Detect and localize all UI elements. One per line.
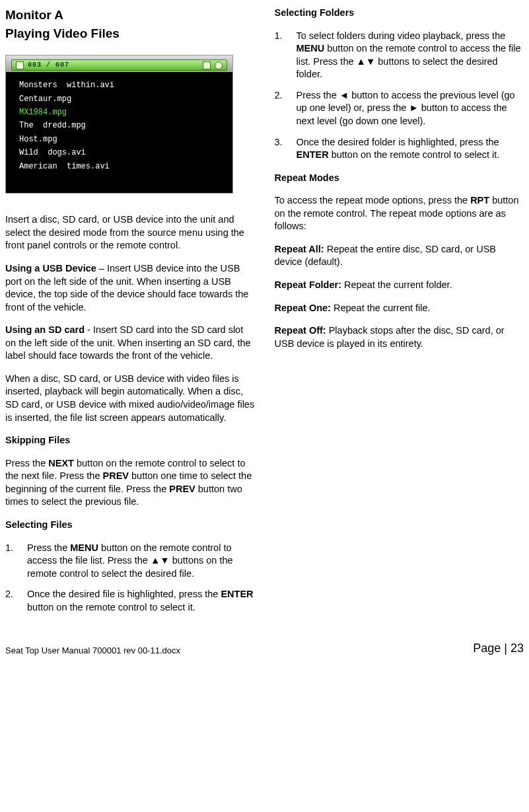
usb-label: Using a USB Device — [5, 263, 96, 274]
file-list-item: Host.mpg — [19, 133, 114, 146]
list-item: 2. Press the ◄ button to access the prev… — [275, 89, 524, 128]
skipping-files-text: Press the NEXT button on the remote cont… — [5, 457, 255, 509]
menu-button-ref: MENU — [70, 542, 98, 553]
autoplay-text: When a disc, SD card, or USB device with… — [5, 373, 255, 424]
file-list-item: Monsters within.avi — [19, 79, 114, 92]
footer-page-number: Page | 23 — [473, 640, 524, 656]
rpt-button-ref: RPT — [470, 195, 489, 205]
page-footer: Seat Top User Manual 700001 rev 00-11.do… — [5, 640, 524, 656]
sd-paragraph: Using an SD card - Insert SD card into t… — [5, 324, 255, 363]
sd-label: Using an SD card — [5, 324, 85, 335]
footer-doc-name: Seat Top User Manual 700001 rev 00-11.do… — [5, 645, 180, 657]
page-title: Monitor A — [5, 7, 255, 24]
intro-text: Insert a disc, SD card, or USB device in… — [5, 213, 255, 252]
repeat-modes-heading: Repeat Modes — [275, 172, 524, 185]
skipping-files-heading: Skipping Files — [5, 434, 255, 447]
device-screenshot: 003 / 007 Monsters within.aviCentaur.mpg… — [5, 55, 233, 194]
list-item: 3. Once the desired folder is highlighte… — [275, 136, 524, 162]
repeat-intro: To access the repeat mode options, press… — [275, 194, 524, 233]
enter-button-ref: ENTER — [297, 149, 329, 160]
titlebar-square-icon — [16, 61, 24, 69]
selecting-folders-list: 1. To select folders during video playba… — [275, 30, 524, 162]
repeat-all: Repeat All: Repeat the entire disc, SD c… — [275, 243, 524, 269]
list-item: 1. Press the MENU button on the remote c… — [5, 542, 255, 581]
file-list-item: Wild dogs.avi — [19, 146, 114, 159]
file-list: Monsters within.aviCentaur.mpgMX1984.mpg… — [19, 79, 114, 173]
usb-paragraph: Using a USB Device – Insert USB device i… — [5, 262, 255, 314]
selecting-files-heading: Selecting Files — [5, 519, 255, 532]
repeat-folder: Repeat Folder: Repeat the current folder… — [275, 279, 524, 292]
file-list-item: The dredd.mpg — [19, 119, 114, 132]
selecting-folders-heading: Selecting Folders — [275, 7, 524, 20]
file-list-item: MX1984.mpg — [19, 106, 114, 119]
enter-button-ref: ENTER — [221, 589, 253, 599]
menu-button-ref: MENU — [297, 43, 325, 54]
repeat-one: Repeat One: Repeat the current file. — [275, 302, 524, 315]
list-item: 1. To select folders during video playba… — [275, 30, 524, 81]
file-list-item: American times.avi — [19, 160, 114, 173]
prev-button-ref: PREV — [169, 484, 195, 494]
titlebar-circle-icon — [215, 61, 223, 69]
next-button-ref: NEXT — [48, 458, 74, 468]
titlebar-square-icon — [203, 61, 211, 69]
selecting-files-list: 1. Press the MENU button on the remote c… — [5, 542, 255, 614]
repeat-off: Repeat Off: Playback stops after the dis… — [275, 324, 524, 350]
file-list-item: Centaur.mpg — [19, 92, 114, 106]
screenshot-titlebar: 003 / 007 — [11, 59, 227, 71]
page-subtitle: Playing Video Files — [5, 25, 255, 42]
prev-button-ref: PREV — [103, 470, 129, 481]
file-counter: 003 / 007 — [28, 61, 69, 70]
list-item: 2. Once the desired file is highlighted,… — [5, 588, 255, 614]
